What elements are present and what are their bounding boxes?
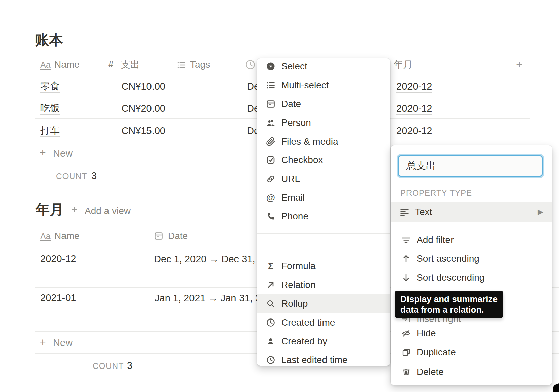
duplicate-icon: [401, 347, 411, 357]
add-view-button[interactable]: Add a view: [85, 205, 131, 217]
select-icon: [266, 61, 276, 71]
t1-row3-name-link[interactable]: 打车: [40, 124, 60, 137]
menu-item-phone[interactable]: Phone: [257, 207, 390, 226]
menu-item-person[interactable]: Person: [257, 113, 390, 132]
menu-item-relation[interactable]: Relation: [257, 276, 390, 294]
property-type-current[interactable]: Text ▶: [391, 202, 552, 222]
t2-row2-name-link[interactable]: 2021-01: [40, 292, 76, 304]
menu-item-email[interactable]: @ Email: [257, 188, 390, 207]
menu-item-add-filter[interactable]: Add filter: [391, 231, 552, 249]
mouse-cursor: [548, 379, 559, 392]
person-icon: [266, 336, 276, 346]
text-type-icon: [399, 207, 410, 217]
menu-item-multi-select[interactable]: Multi-select: [257, 76, 390, 95]
t1-col-divider[interactable]: [171, 54, 171, 142]
t1-new-row-button[interactable]: New: [53, 147, 73, 159]
t1-header-name[interactable]: Name: [54, 59, 80, 70]
menu-item-files-media[interactable]: Files & media: [257, 132, 390, 151]
property-name-field-wrap: [398, 155, 543, 177]
t1-header-tags[interactable]: Tags: [190, 59, 210, 70]
menu-item-checkbox[interactable]: Checkbox: [257, 151, 390, 169]
arrow-down-icon: [401, 273, 411, 283]
submenu-arrow-icon: ▶: [538, 208, 543, 216]
notion-page: 账本 年月 + Add a view Aa Name # 支出 Tags 年月 …: [0, 0, 559, 392]
t2-row1-name-link[interactable]: 2020-12: [40, 253, 76, 265]
menu-item-duplicate[interactable]: Duplicate: [391, 343, 552, 362]
t1-row1-amount[interactable]: CN¥10.00: [104, 80, 165, 92]
t1-col-divider[interactable]: [509, 54, 509, 142]
menu-divider: [257, 233, 390, 234]
person-icon: [266, 118, 276, 128]
t1-row2-name-link[interactable]: 吃饭: [40, 102, 60, 115]
t2-header-date[interactable]: Date: [168, 230, 188, 242]
paperclip-icon: [266, 137, 276, 147]
database-title-ledger[interactable]: 账本: [35, 32, 63, 48]
property-name-input[interactable]: [399, 160, 542, 172]
t1-row1-date[interactable]: De: [247, 80, 257, 92]
t1-row2-yearmonth-link[interactable]: 2020-12: [396, 102, 432, 115]
date-property-icon: [154, 231, 163, 241]
t1-col-divider[interactable]: [102, 54, 102, 142]
multi-select-icon: [266, 80, 276, 90]
t1-count-label[interactable]: COUNT: [56, 172, 87, 181]
t2-col-divider[interactable]: [149, 225, 149, 331]
menu-item-select[interactable]: Select: [257, 58, 390, 76]
arrow-up-right-icon: [266, 280, 276, 290]
t1-row3-amount[interactable]: CN¥15.00: [104, 125, 165, 137]
arrow-up-icon: [401, 254, 411, 264]
tooltip-line1: Display and summarize: [400, 294, 498, 304]
menu-item-created-time[interactable]: Created time: [257, 313, 390, 332]
t1-count-value[interactable]: 3: [91, 170, 97, 181]
text-property-icon: Aa: [40, 60, 51, 70]
menu-item-delete[interactable]: Delete: [391, 362, 552, 381]
menu-item-sort-descending[interactable]: Sort descending: [391, 268, 552, 287]
t2-count-label[interactable]: COUNT: [93, 361, 124, 371]
filter-icon: [401, 235, 411, 245]
sigma-icon: Σ: [266, 261, 276, 271]
checkbox-icon: [266, 155, 276, 165]
t2-row2-date[interactable]: Jan 1, 2021 → Jan 31, 20: [155, 292, 266, 304]
property-type-section-label: PROPERTY TYPE: [400, 188, 472, 198]
t1-row1-name-link[interactable]: 零食: [40, 80, 60, 93]
t1-header-expense[interactable]: 支出: [121, 59, 140, 70]
menu-item-last-edited-time[interactable]: Last edited time: [257, 351, 390, 366]
property-edit-panel: PROPERTY TYPE Text ▶ Add filter Sort asc…: [391, 145, 552, 385]
plus-icon: +: [40, 147, 46, 158]
t2-new-row-button[interactable]: New: [53, 337, 73, 349]
t1-row3-yearmonth-link[interactable]: 2020-12: [396, 125, 432, 137]
menu-item-created-by[interactable]: Created by: [257, 332, 390, 351]
t2-count-value[interactable]: 3: [127, 360, 132, 371]
menu-item-sort-ascending[interactable]: Sort ascending: [391, 249, 552, 268]
t2-header-name[interactable]: Name: [54, 230, 80, 242]
rollup-tooltip: Display and summarize data from a relati…: [395, 291, 503, 318]
date-property-clock-icon: [245, 59, 256, 70]
tooltip-line2: data from a relation.: [400, 304, 498, 315]
menu-divider: [391, 225, 552, 225]
date-icon: [266, 99, 276, 109]
t2-row1-date[interactable]: Dec 1, 2020 → Dec 31, 2: [154, 253, 263, 265]
t1-row3-date[interactable]: De: [247, 125, 257, 137]
menu-item-url[interactable]: URL: [257, 169, 390, 188]
t1-header-yearmonth[interactable]: 年月: [394, 59, 413, 70]
t1-top-border: [35, 54, 530, 54]
t1-col-divider[interactable]: [237, 54, 237, 142]
eye-off-icon: [401, 328, 411, 338]
database-title-yearmonth[interactable]: 年月: [36, 201, 64, 218]
link-icon: [266, 174, 276, 184]
t1-row2-date[interactable]: De: [247, 102, 257, 114]
at-icon: @: [266, 193, 276, 203]
text-property-icon: Aa: [40, 232, 51, 241]
menu-item-hide[interactable]: Hide: [391, 324, 552, 343]
t1-row1-yearmonth-link[interactable]: 2020-12: [396, 80, 432, 93]
clock-icon: [266, 355, 276, 365]
number-property-icon: #: [108, 59, 114, 70]
magnifier-icon: [266, 299, 276, 309]
plus-icon: +: [40, 337, 46, 347]
menu-item-formula[interactable]: Σ Formula: [257, 257, 390, 276]
menu-item-date[interactable]: Date: [257, 95, 390, 113]
property-type-menu: Select Multi-select Date Person Files & …: [257, 58, 390, 366]
menu-item-rollup[interactable]: Rollup: [257, 294, 390, 313]
t1-row2-amount[interactable]: CN¥20.00: [104, 102, 165, 114]
multiselect-property-icon: [177, 61, 186, 69]
add-column-button[interactable]: +: [516, 59, 523, 70]
